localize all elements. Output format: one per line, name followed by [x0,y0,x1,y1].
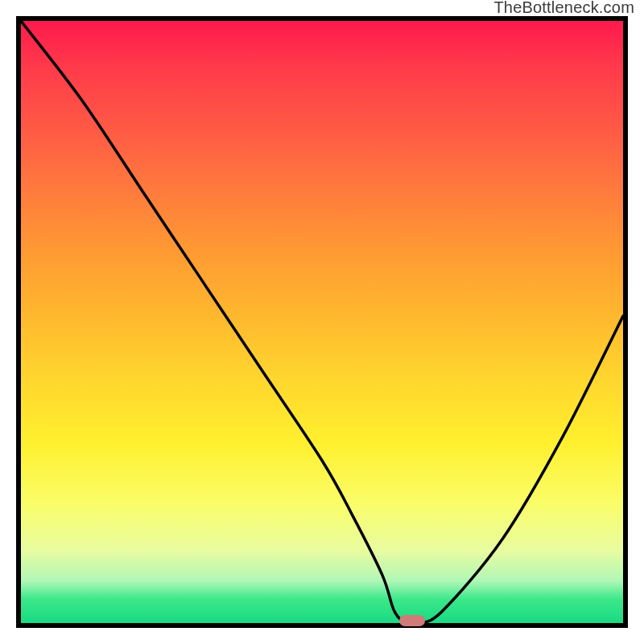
plot-area [16,16,628,628]
watermark-label: TheBottleneck.com [493,0,634,17]
curve-svg [21,21,623,623]
chart-container: TheBottleneck.com [0,0,644,644]
bottleneck-curve [21,21,623,623]
optimal-marker [399,615,425,626]
